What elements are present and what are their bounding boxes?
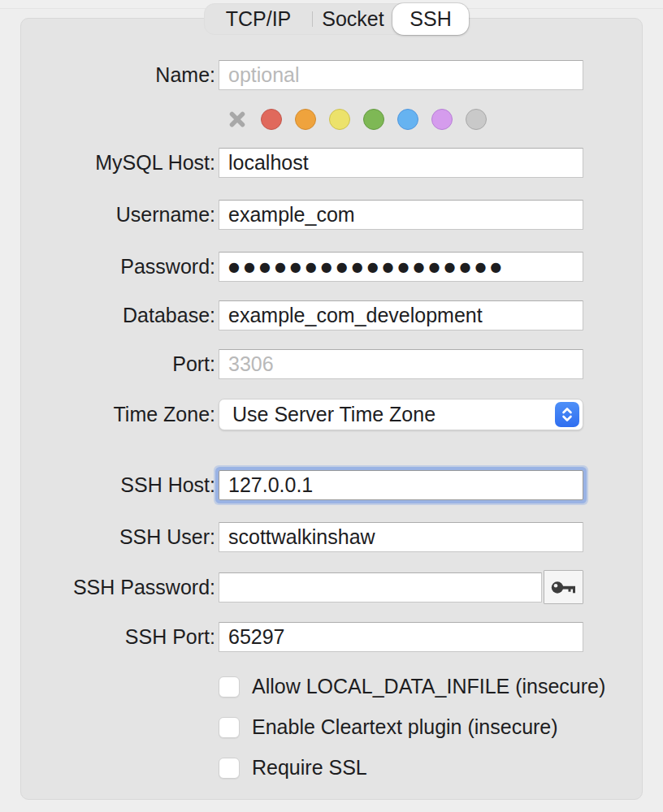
ssh-host-row: SSH Host: [20, 470, 583, 500]
ssh-user-input[interactable] [219, 522, 583, 552]
port-label: Port: [20, 352, 215, 376]
checkbox-row-cleartext-plugin: Enable Cleartext plugin (insecure) [219, 715, 558, 739]
name-row: Name: [20, 60, 583, 90]
port-row: Port: [20, 349, 583, 379]
time-zone-label: Time Zone: [20, 403, 215, 426]
password-label: Password: [20, 255, 215, 279]
mysql-host-label: MySQL Host: [20, 151, 215, 175]
ssh-port-input[interactable] [219, 622, 583, 652]
ssh-password-label: SSH Password: [20, 576, 215, 599]
clear-color-x-icon[interactable] [227, 109, 248, 130]
color-swatch-gray[interactable] [466, 109, 487, 130]
ssh-password-row: SSH Password: [20, 570, 583, 604]
color-swatches [227, 109, 487, 130]
color-swatch-purple[interactable] [431, 109, 453, 130]
color-swatch-green[interactable] [363, 109, 384, 130]
ssh-port-label: SSH Port: [20, 625, 215, 649]
name-label: Name: [20, 63, 215, 87]
ssh-host-label: SSH Host: [20, 473, 215, 497]
database-input[interactable] [219, 300, 583, 330]
connection-dialog: TCP/IP Socket SSH Name: MySQL Host: [0, 0, 663, 812]
require-ssl-checkbox[interactable] [219, 758, 240, 779]
database-label: Database: [20, 304, 215, 327]
enable-cleartext-plugin-label: Enable Cleartext plugin (insecure) [252, 715, 558, 739]
color-swatch-yellow[interactable] [329, 109, 350, 130]
ssh-user-row: SSH User: [20, 522, 583, 552]
checkbox-row-local-data-infile: Allow LOCAL_DATA_INFILE (insecure) [219, 675, 605, 698]
ssh-password-input[interactable] [219, 572, 542, 603]
color-swatch-red[interactable] [261, 109, 282, 130]
username-row: Username: [20, 200, 583, 230]
enable-cleartext-plugin-checkbox[interactable] [219, 717, 240, 738]
color-swatch-row [20, 107, 583, 132]
port-input[interactable] [219, 349, 583, 379]
connection-type-segmented-control: TCP/IP Socket SSH [204, 3, 469, 35]
mysql-host-input[interactable] [219, 148, 583, 178]
ssh-host-input[interactable] [219, 470, 583, 500]
username-label: Username: [20, 203, 215, 227]
ssh-port-row: SSH Port: [20, 622, 583, 652]
tab-ssh-selected[interactable]: SSH [392, 3, 469, 35]
ssh-user-label: SSH User: [20, 525, 215, 549]
time-zone-selected-value: Use Server Time Zone [232, 403, 555, 426]
require-ssl-label: Require SSL [252, 756, 367, 780]
time-zone-row: Time Zone: Use Server Time Zone [20, 399, 583, 430]
username-input[interactable] [219, 200, 583, 230]
allow-local-data-infile-checkbox[interactable] [219, 676, 240, 698]
up-down-chevrons-icon [555, 402, 579, 427]
color-swatch-orange[interactable] [295, 109, 316, 130]
key-icon [551, 579, 576, 596]
time-zone-popup[interactable]: Use Server Time Zone [219, 399, 583, 430]
checkbox-row-require-ssl: Require SSL [219, 756, 367, 780]
keychain-button[interactable] [544, 570, 583, 604]
database-row: Database: [20, 300, 583, 330]
name-input[interactable] [219, 60, 583, 90]
allow-local-data-infile-label: Allow LOCAL_DATA_INFILE (insecure) [252, 675, 605, 698]
tab-socket[interactable]: Socket [313, 4, 393, 34]
tab-tcpip[interactable]: TCP/IP [205, 4, 312, 34]
color-swatch-blue[interactable] [397, 109, 418, 130]
password-input[interactable] [219, 252, 583, 282]
mysql-host-row: MySQL Host: [20, 148, 583, 178]
password-row: Password: [20, 252, 583, 282]
